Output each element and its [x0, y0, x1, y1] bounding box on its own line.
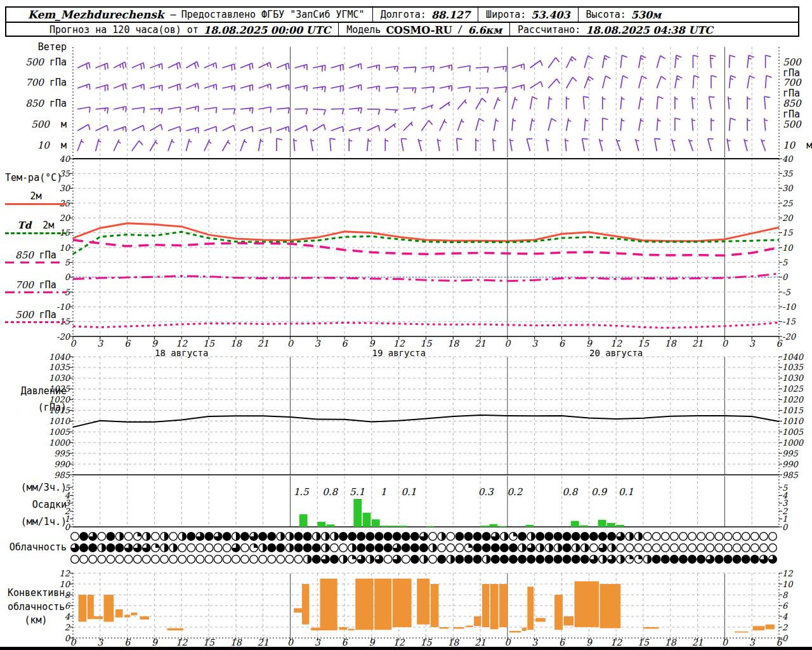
wind-level-700hpa: 700 гПа — [5, 77, 67, 88]
horizontal-gridlines-and-axis-labels: 40403535303025252020151510105500-5-5-10-… — [49, 154, 804, 643]
wind-panel-title: Ветер — [5, 42, 67, 52]
svg-text:6: 6 — [559, 338, 565, 348]
svg-text:15: 15 — [782, 228, 793, 237]
svg-text:15: 15 — [203, 338, 215, 348]
convective-bar — [302, 584, 309, 625]
model-label: Модель — [346, 24, 381, 36]
cloud-cover-symbols — [71, 533, 777, 564]
latitude-label: Широта: — [486, 9, 526, 20]
wind-level-500hpa-right: 500 гПа — [783, 56, 812, 78]
svg-text:0.8: 0.8 — [562, 486, 578, 498]
wind-level-10m-right: 10 м — [783, 140, 812, 151]
svg-text:995: 995 — [54, 449, 70, 458]
precip-unit-1h: (мм/1ч.) — [5, 517, 67, 527]
wind-level-700hpa-right: 700 гПа — [783, 77, 812, 98]
svg-text:18: 18 — [230, 338, 242, 348]
svg-text:40: 40 — [782, 154, 794, 164]
precip-bar — [299, 514, 308, 527]
svg-text:0: 0 — [722, 338, 728, 348]
convective-bar — [735, 632, 748, 633]
bottom-bar — [0, 647, 812, 650]
svg-text:1000: 1000 — [782, 438, 804, 448]
svg-text:0.1: 0.1 — [401, 486, 416, 498]
precip-bar — [381, 526, 389, 527]
pressure-panel-unit: (гПа) — [5, 402, 67, 413]
svg-text:0.3: 0.3 — [478, 486, 494, 498]
precip-bar — [390, 526, 398, 527]
header-divider — [578, 8, 579, 22]
convective-bar — [527, 587, 534, 630]
svg-text:21: 21 — [475, 338, 486, 348]
wind-level-850hpa-right: 850 гПа — [783, 98, 812, 119]
svg-text:12: 12 — [782, 569, 793, 578]
svg-text:985: 985 — [54, 470, 70, 480]
header-divider — [509, 23, 510, 37]
wind-level-500hpa: 500 гПа — [5, 56, 67, 68]
svg-text:3: 3 — [315, 637, 321, 647]
svg-text:1000: 1000 — [49, 438, 71, 448]
conv-title-1: Конвективн. — [8, 588, 69, 598]
convective-bar — [599, 584, 620, 628]
svg-text:15: 15 — [203, 637, 215, 647]
convective-bar — [535, 618, 546, 622]
svg-text:20 августа: 20 августа — [589, 348, 643, 358]
precip-bar — [399, 526, 407, 527]
wind-level-10m: 10 м — [5, 140, 67, 151]
svg-text:0: 0 — [287, 637, 294, 647]
svg-text:9: 9 — [586, 338, 593, 348]
convective-bar — [355, 579, 374, 630]
svg-text:30: 30 — [782, 183, 794, 193]
forecast-prefix: Прогноз на 120 часа(ов) от — [49, 24, 199, 36]
convective-bar — [348, 629, 355, 631]
convective-bar — [554, 595, 563, 630]
convective-bar — [440, 627, 449, 629]
svg-text:0: 0 — [782, 272, 789, 282]
svg-text:18: 18 — [447, 338, 459, 348]
svg-text:1035: 1035 — [782, 362, 804, 372]
svg-text:1005: 1005 — [782, 427, 804, 437]
convective-bar — [104, 595, 114, 622]
svg-text:8: 8 — [782, 590, 789, 600]
legend-700hpa: 700 гПа — [5, 279, 67, 291]
legend-2m: 2м — [5, 190, 67, 202]
svg-text:1030: 1030 — [49, 373, 71, 383]
svg-text:12: 12 — [610, 637, 622, 647]
legend-td-2m-line — [5, 232, 67, 234]
svg-text:-20: -20 — [782, 332, 797, 342]
svg-text:4: 4 — [782, 612, 788, 621]
convective-bar — [79, 595, 87, 622]
legend-500hpa-line — [5, 321, 67, 323]
precip-bar — [499, 526, 507, 527]
header-row-2: Прогноз на 120 часа(ов) от 18.08.2025 00… — [6, 23, 798, 37]
svg-text:990: 990 — [54, 460, 71, 469]
header-box: Kem_Mezhdurechensk — Предоставлено ФГБУ … — [5, 6, 799, 37]
legend-500hpa: 500 гПа — [5, 309, 67, 321]
svg-text:18: 18 — [665, 637, 677, 647]
convective-bar — [374, 579, 391, 630]
svg-text:-15: -15 — [782, 317, 796, 326]
precip-bar — [327, 524, 335, 527]
svg-text:0: 0 — [70, 637, 77, 647]
conv-unit: (км) — [5, 615, 67, 625]
svg-text:20: 20 — [782, 213, 794, 223]
convective-bar — [131, 613, 137, 615]
precip-bar — [426, 526, 435, 527]
svg-text:15: 15 — [638, 637, 650, 647]
svg-text:0.2: 0.2 — [507, 486, 523, 498]
calc-label: Рассчитано: — [518, 24, 580, 36]
convective-bar — [490, 584, 499, 629]
svg-text:6: 6 — [776, 338, 783, 348]
altitude-label: Высота: — [586, 9, 626, 20]
provider-text: Предоставлено ФГБУ "ЗапСиб УГМС" — [181, 9, 365, 20]
convective-bar — [88, 595, 94, 619]
svg-text:-5: -5 — [782, 288, 790, 297]
svg-text:9: 9 — [152, 338, 158, 348]
cloud-panel-title: Облачность — [5, 542, 67, 552]
svg-text:5: 5 — [782, 258, 788, 267]
meteogram-plot: 40403535303025252020151510105500-5-5-10-… — [0, 0, 812, 650]
convective-bar — [339, 627, 348, 630]
svg-text:15: 15 — [421, 637, 433, 647]
svg-text:21: 21 — [692, 338, 704, 348]
convective-bar — [417, 579, 429, 625]
svg-text:5.1: 5.1 — [350, 486, 365, 498]
